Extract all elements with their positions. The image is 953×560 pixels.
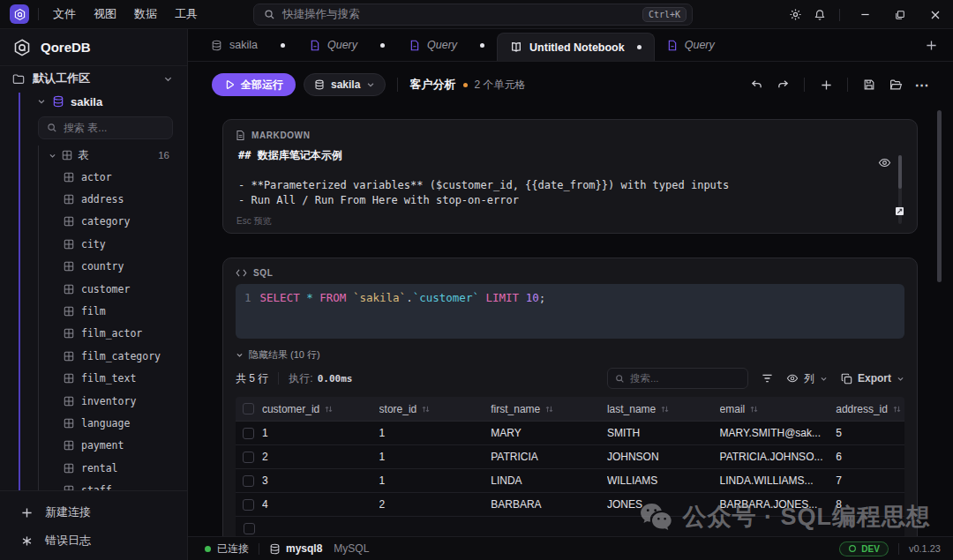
row-checkbox[interactable] — [244, 523, 255, 534]
table-row[interactable]: 31LINDAWILLIAMSLINDA.WILLIAMS...7 — [236, 469, 904, 493]
select-all-checkbox[interactable] — [243, 403, 254, 414]
error-log-label: 错误日志 — [45, 533, 91, 549]
column-header[interactable]: email — [720, 403, 837, 415]
window-controls-divider — [839, 9, 840, 21]
chevron-down-icon[interactable] — [37, 97, 46, 106]
chevron-down-icon[interactable] — [49, 152, 56, 160]
settings-gear-icon[interactable] — [783, 0, 807, 29]
restore-button[interactable] — [882, 0, 918, 29]
workspace-name: 默认工作区 — [33, 71, 155, 86]
menu-data[interactable]: 数据 — [127, 3, 164, 26]
sidebar-table-item[interactable]: inventory — [0, 390, 187, 412]
markdown-file-icon — [236, 130, 245, 141]
sidebar-table-item[interactable]: city — [0, 233, 187, 255]
close-button[interactable] — [918, 0, 953, 29]
column-header[interactable]: last_name — [607, 403, 720, 415]
connection-selector[interactable]: sakila — [304, 73, 386, 96]
export-button[interactable]: Export — [841, 372, 904, 385]
save-icon[interactable] — [858, 73, 881, 96]
table-search-input[interactable] — [64, 122, 164, 134]
sidebar-table-item[interactable]: address — [0, 188, 187, 210]
sql-editor[interactable]: 1 SELECT * FROM `sakila`.`customer` LIMI… — [236, 284, 904, 339]
more-options-icon[interactable]: ⋯ — [911, 73, 934, 96]
minimize-button[interactable] — [847, 0, 882, 29]
workspace-row[interactable]: 默认工作区 — [0, 66, 187, 91]
sort-icon[interactable] — [660, 404, 670, 414]
sql-cell[interactable]: SQL 1 SELECT * FROM `sakila`.`customer` … — [222, 258, 918, 536]
sort-icon[interactable] — [749, 404, 759, 414]
sidebar-table-item[interactable]: category — [0, 211, 187, 233]
columns-visibility-button[interactable]: 列 — [786, 371, 828, 386]
sort-icon[interactable] — [892, 404, 902, 414]
cell: 4 — [262, 498, 379, 511]
tables-count-badge: 16 — [158, 150, 169, 161]
cell-resize-handle[interactable] — [896, 207, 904, 215]
column-header[interactable]: customer_id — [262, 403, 379, 415]
preview-eye-icon[interactable] — [878, 157, 891, 168]
sidebar-table-item[interactable]: film — [0, 300, 187, 322]
sidebar-table-item[interactable]: film_actor — [0, 323, 187, 345]
new-connection-button[interactable]: 新建连接 — [0, 498, 187, 526]
editor-tab[interactable]: Query — [397, 29, 497, 61]
table-grid-icon — [64, 261, 74, 272]
results-search-input[interactable] — [630, 373, 740, 384]
table-name: rental — [81, 462, 118, 474]
markdown-content[interactable]: ## 数据库笔记本示例 - **Parameterized variables*… — [223, 143, 917, 208]
watermark: 公众号 · SQL编程思想 — [639, 501, 932, 533]
row-checkbox[interactable] — [243, 475, 254, 487]
sidebar-table-item[interactable]: language — [0, 412, 187, 434]
menu-file[interactable]: 文件 — [46, 3, 83, 26]
sidebar-table-item[interactable]: country — [0, 256, 187, 278]
chevron-down-icon — [897, 375, 904, 383]
app-logo-icon[interactable] — [10, 4, 29, 24]
sort-icon[interactable] — [421, 404, 431, 414]
row-checkbox[interactable] — [243, 452, 254, 463]
new-tab-button[interactable] — [926, 29, 937, 62]
cell-scrollbar-thumb[interactable] — [898, 155, 902, 189]
command-search[interactable]: 快捷操作与搜索 Ctrl+K — [253, 4, 693, 26]
chevron-down-icon[interactable] — [163, 74, 173, 84]
table-row[interactable]: 11MARYSMITHMARY.SMITH@sak...5 — [236, 422, 904, 445]
table-row[interactable]: 21PATRICIAJOHNSONPATRICIA.JOHNSO...6 — [236, 445, 904, 469]
editor-tab[interactable]: sakila — [199, 29, 297, 61]
tree-database-row[interactable]: sakila — [0, 91, 187, 112]
filter-icon[interactable] — [762, 373, 773, 384]
content-scrollbar[interactable] — [937, 110, 942, 282]
sidebar-table-item[interactable]: actor — [0, 166, 187, 188]
notebook-icon — [510, 41, 522, 53]
editor-tab[interactable]: Untitled Notebook — [497, 33, 655, 61]
sidebar-table-item[interactable]: payment — [0, 435, 187, 457]
active-connection[interactable]: mysql8 MySQL — [269, 542, 369, 555]
tables-group-row[interactable]: 表 16 — [0, 145, 187, 166]
table-grid-icon — [64, 239, 74, 250]
sidebar-table-item[interactable]: film_category — [0, 345, 187, 367]
add-cell-icon[interactable] — [814, 73, 837, 96]
notifications-bell-icon[interactable] — [807, 0, 832, 29]
cell: 5 — [836, 427, 904, 439]
editor-tab[interactable]: Query — [655, 29, 727, 61]
redo-icon[interactable] — [771, 73, 794, 96]
row-checkbox[interactable] — [243, 428, 254, 439]
sidebar-table-item[interactable]: staff — [0, 479, 187, 490]
sidebar-table-item[interactable]: rental — [0, 457, 187, 479]
error-log-button[interactable]: 错误日志 — [0, 526, 187, 555]
sidebar-table-item[interactable]: customer — [0, 278, 187, 300]
sort-icon[interactable] — [324, 404, 334, 414]
menu-tools[interactable]: 工具 — [168, 3, 205, 26]
column-header[interactable]: store_id — [379, 403, 492, 415]
undo-icon[interactable] — [745, 73, 768, 96]
results-toggle[interactable]: 隐藏结果 (10 行) — [236, 347, 904, 362]
markdown-cell[interactable]: MARKDOWN ## 数据库笔记本示例 - **Parameterized v… — [222, 119, 918, 234]
results-search-box[interactable] — [607, 368, 748, 389]
row-checkbox[interactable] — [243, 499, 254, 511]
sort-icon[interactable] — [544, 404, 554, 414]
editor-tab[interactable]: Query — [297, 29, 397, 61]
column-header[interactable]: address_id — [836, 403, 904, 415]
open-folder-icon[interactable] — [884, 73, 907, 96]
column-header[interactable]: first_name — [491, 403, 607, 415]
run-all-button[interactable]: 全部运行 — [212, 73, 296, 96]
sidebar-table-item[interactable]: film_text — [0, 368, 187, 390]
table-search-box[interactable] — [38, 116, 173, 139]
menu-view[interactable]: 视图 — [86, 3, 124, 26]
actions-divider-2 — [847, 78, 848, 92]
